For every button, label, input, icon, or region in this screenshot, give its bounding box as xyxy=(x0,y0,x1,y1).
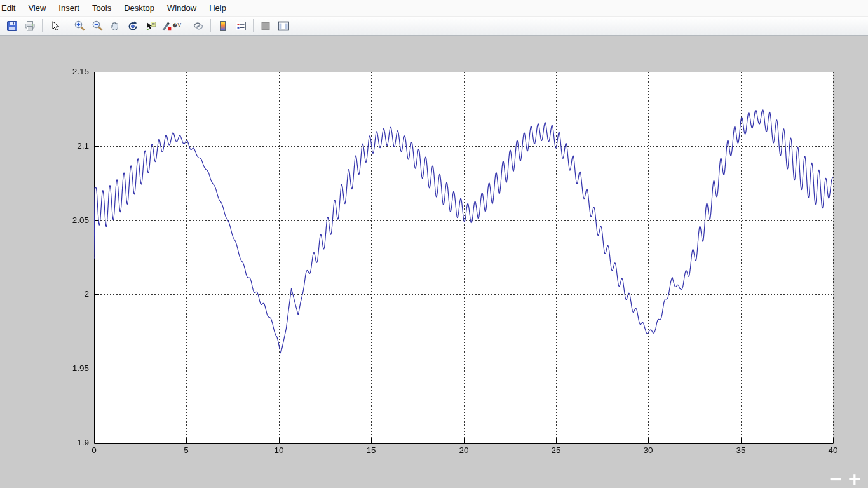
menu-bar: Edit View Insert Tools Desktop Window He… xyxy=(0,0,868,17)
rotate-3d-icon xyxy=(127,20,139,32)
menu-item-view[interactable]: View xyxy=(22,0,52,16)
overlay-zoom-controls: − + xyxy=(829,470,862,488)
toolbar-separator xyxy=(67,19,67,32)
zoom-out-icon xyxy=(92,20,104,32)
link-plots-button[interactable] xyxy=(190,18,207,34)
x-tick-label: 15 xyxy=(358,445,384,455)
x-tick-label: 5 xyxy=(173,445,199,455)
dropdown-caret-icon: �Ⅴ xyxy=(172,23,181,29)
x-tick-label: 10 xyxy=(266,445,292,455)
pan-button[interactable] xyxy=(107,18,123,34)
x-tick-label: 35 xyxy=(728,445,754,455)
menu-item-tools[interactable]: Tools xyxy=(86,0,118,16)
toolbar-separator xyxy=(253,19,254,32)
figure-area: 1.9 1.95 2 2.05 2.1 2.15 0 5 10 15 20 25… xyxy=(0,36,868,488)
x-tick-label: 40 xyxy=(820,445,846,455)
menu-item-help[interactable]: Help xyxy=(203,0,233,16)
insert-colorbar-button[interactable] xyxy=(215,18,231,34)
toolbar-separator xyxy=(210,19,211,32)
x-tick-label: 25 xyxy=(543,445,569,455)
legend-icon xyxy=(235,20,247,32)
brush-button[interactable]: �Ⅴ xyxy=(160,18,182,34)
toolbar-separator xyxy=(42,19,43,32)
insert-legend-button[interactable] xyxy=(233,18,249,34)
rotate-3d-button[interactable] xyxy=(125,18,141,34)
menu-item-insert[interactable]: Insert xyxy=(52,0,86,16)
x-tick-label: 0 xyxy=(81,445,107,455)
toolbar-separator xyxy=(186,19,186,32)
brush-icon xyxy=(161,20,172,32)
zoom-in-button[interactable] xyxy=(71,18,88,34)
overlay-zoom-in-button[interactable]: + xyxy=(847,470,862,488)
colorbar-icon xyxy=(217,20,229,32)
pan-hand-icon xyxy=(109,20,121,32)
hide-plot-tools-icon xyxy=(260,20,271,32)
edit-plot-button[interactable] xyxy=(46,18,63,34)
show-plot-tools-button[interactable] xyxy=(275,18,292,34)
menu-item-window[interactable]: Window xyxy=(161,0,203,16)
save-icon xyxy=(6,20,18,32)
y-tick-label: 2.15 xyxy=(38,67,89,76)
dock-figure-icon xyxy=(277,20,290,32)
save-button[interactable] xyxy=(4,18,20,34)
menu-item-desktop[interactable]: Desktop xyxy=(118,0,161,16)
x-tick-label: 20 xyxy=(451,445,477,455)
menu-item-edit[interactable]: Edit xyxy=(0,0,22,16)
x-tick-label: 30 xyxy=(635,445,661,455)
print-icon xyxy=(24,20,36,32)
hide-plot-tools-button[interactable] xyxy=(257,18,274,34)
figure-toolbar: �Ⅴ xyxy=(0,17,868,36)
print-button[interactable] xyxy=(22,18,38,34)
y-tick-label: 2.05 xyxy=(38,215,89,225)
y-tick-label: 2.1 xyxy=(38,141,89,151)
pointer-icon xyxy=(49,20,60,32)
data-cursor-icon xyxy=(145,20,157,32)
link-plots-icon xyxy=(192,20,205,32)
zoom-out-button[interactable] xyxy=(89,18,105,34)
data-cursor-button[interactable] xyxy=(142,18,159,34)
y-tick-label: 2 xyxy=(38,289,89,299)
plot-canvas[interactable] xyxy=(0,36,868,488)
y-tick-label: 1.95 xyxy=(38,363,89,373)
zoom-in-icon xyxy=(74,20,86,32)
overlay-zoom-out-button[interactable]: − xyxy=(829,470,843,488)
